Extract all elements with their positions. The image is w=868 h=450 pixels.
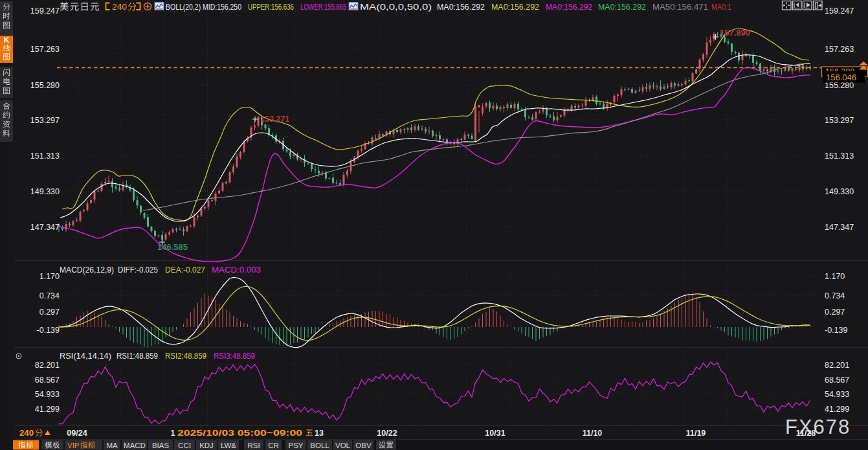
svg-text:41.299: 41.299 (35, 405, 60, 414)
svg-text:147.347: 147.347 (30, 223, 60, 232)
svg-text:10/22: 10/22 (377, 429, 397, 438)
svg-text:RSI1:48.859: RSI1:48.859 (117, 352, 158, 361)
svg-text:MA0:156.292: MA0:156.292 (437, 2, 485, 12)
svg-text:KDJ: KDJ (199, 442, 214, 449)
svg-text:CCI: CCI (178, 442, 191, 449)
svg-text:K: K (4, 36, 10, 45)
svg-text:11/19: 11/19 (686, 429, 706, 438)
svg-text:FX678: FX678 (785, 416, 851, 438)
svg-text:RSI3:48.859: RSI3:48.859 (214, 352, 255, 361)
svg-text:DEA:-0.027: DEA:-0.027 (165, 265, 205, 275)
svg-text:MA(0,0,0,50,0): MA(0,0,0,50,0) (360, 2, 432, 12)
svg-text:MA0:156.292: MA0:156.292 (491, 2, 539, 12)
svg-text:MA50:156.471: MA50:156.471 (652, 2, 708, 12)
svg-text:153.297: 153.297 (30, 116, 60, 125)
svg-text:MA0:1: MA0:1 (711, 2, 731, 12)
svg-text:82.201: 82.201 (825, 361, 849, 370)
svg-text:MA0:156.292: MA0:156.292 (598, 2, 646, 12)
svg-text:68.567: 68.567 (35, 376, 60, 385)
svg-text:13: 13 (315, 429, 324, 438)
svg-text:PSY: PSY (288, 442, 303, 449)
svg-text:151.313: 151.313 (825, 152, 854, 161)
svg-text:MA0:156.292: MA0:156.292 (546, 2, 592, 12)
svg-text:MACD(26,12,9): MACD(26,12,9) (60, 265, 114, 275)
svg-text:54.933: 54.933 (825, 390, 849, 399)
svg-text:-0.139: -0.139 (825, 326, 847, 335)
svg-text:LW&: LW& (221, 442, 236, 449)
svg-text:147.347: 147.347 (825, 223, 854, 232)
svg-text:0.734: 0.734 (39, 291, 60, 300)
svg-text:09/24: 09/24 (67, 429, 87, 438)
svg-text:BOLL(20,2) MID:156.250: BOLL(20,2) MID:156.250 (166, 2, 241, 12)
svg-text:240: 240 (112, 2, 127, 12)
svg-text:-0.139: -0.139 (37, 326, 60, 335)
svg-text:159.247: 159.247 (30, 6, 60, 16)
svg-text:240: 240 (19, 429, 34, 438)
svg-text:VOL: VOL (335, 442, 351, 449)
svg-text:2025/10/03 05:00~09:00: 2025/10/03 05:00~09:00 (177, 429, 302, 438)
svg-text:149.330: 149.330 (30, 187, 60, 196)
svg-text:68.567: 68.567 (825, 376, 849, 385)
svg-text:153.297: 153.297 (825, 116, 854, 125)
svg-text:54.933: 54.933 (35, 390, 60, 399)
svg-text:156.046: 156.046 (826, 73, 856, 82)
svg-text:153.271: 153.271 (260, 115, 289, 124)
svg-text:157.263: 157.263 (825, 45, 854, 54)
svg-text:157.890: 157.890 (720, 28, 750, 38)
svg-text:0.297: 0.297 (825, 308, 845, 317)
svg-text:11/10: 11/10 (583, 429, 603, 438)
svg-text:155.280: 155.280 (30, 81, 60, 90)
svg-text:149.330: 149.330 (825, 187, 854, 196)
svg-text:LOWER:155.865: LOWER:155.865 (300, 2, 346, 12)
svg-text:1: 1 (171, 429, 175, 438)
svg-text:DIFF:-0.025: DIFF:-0.025 (118, 265, 158, 275)
svg-text:MACD:0.003: MACD:0.003 (212, 265, 261, 275)
svg-text:RSI2:48.859: RSI2:48.859 (165, 352, 206, 361)
svg-text:OBV: OBV (355, 442, 372, 449)
svg-text:41.299: 41.299 (825, 405, 849, 414)
svg-text:151.313: 151.313 (30, 152, 60, 161)
svg-text:10/31: 10/31 (485, 429, 505, 438)
svg-text:CR: CR (268, 442, 279, 449)
svg-text:0.297: 0.297 (39, 308, 60, 317)
svg-text:VIP: VIP (67, 442, 80, 449)
svg-text:MA: MA (106, 442, 118, 449)
svg-text:RSI: RSI (247, 442, 260, 449)
svg-text:0.734: 0.734 (825, 291, 845, 300)
svg-text:UPPER:156.636: UPPER:156.636 (248, 2, 294, 12)
svg-text:MACD: MACD (124, 442, 146, 449)
svg-text:1.170: 1.170 (825, 272, 845, 281)
svg-text:82.201: 82.201 (35, 361, 60, 370)
svg-text:157.263: 157.263 (30, 45, 60, 54)
svg-text:BOLL: BOLL (310, 442, 329, 449)
svg-text:1.170: 1.170 (39, 272, 60, 281)
svg-text:RSI(14,14,14): RSI(14,14,14) (60, 352, 111, 361)
svg-text:159.247: 159.247 (825, 6, 854, 16)
svg-text:BIAS: BIAS (152, 442, 170, 449)
